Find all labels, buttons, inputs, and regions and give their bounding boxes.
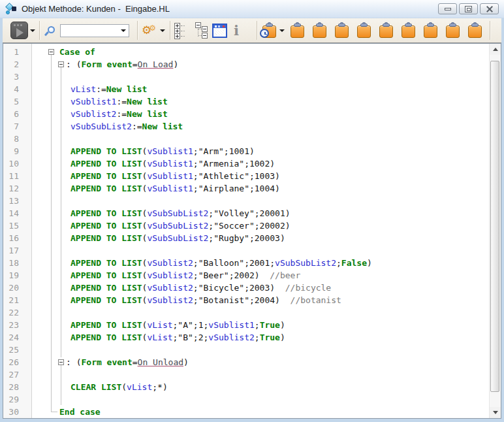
line-number: 16 (3, 232, 31, 244)
code-token: vSublist1 (208, 320, 254, 330)
code-token: End case (59, 407, 101, 417)
vertical-scrollbar[interactable] (489, 44, 501, 418)
code-token: vSublist1 (147, 171, 193, 181)
code-token: ;"Bicycle";2003) (193, 283, 285, 293)
code-area[interactable]: Case of: (Form event=On Load)vList:=New … (32, 44, 489, 418)
expand-all-button[interactable] (174, 18, 189, 42)
clipboard-button-3[interactable] (334, 18, 350, 42)
code-token: vSublist2 (71, 109, 116, 119)
code-token: vList (71, 84, 96, 94)
code-line: vList:=New list (32, 83, 489, 95)
macros-button[interactable] (212, 18, 227, 42)
line-number: 17 (3, 244, 31, 257)
code-token: APPEND TO LIST (71, 270, 142, 280)
titlebar: Objekt Methode: Kunden - Eingabe.HL (0, 0, 504, 18)
code-line: Case of (32, 46, 489, 58)
clipboard-button-2[interactable] (312, 18, 328, 42)
clipboard-button-6[interactable] (401, 18, 417, 42)
code-token: vSublist2 (147, 283, 193, 293)
code-line: APPEND TO LIST(vSubSubList2;"Rugby";2000… (32, 232, 489, 244)
code-token: vList (127, 382, 152, 392)
line-number: 20 (3, 282, 31, 294)
info-icon (234, 22, 239, 39)
clipboard-button-1[interactable] (290, 18, 306, 42)
clipboard-icon (334, 22, 350, 39)
code-token: ; (255, 333, 260, 342)
code-token: //beer (270, 270, 300, 280)
code-token: = (133, 59, 138, 69)
code-token: := (96, 84, 106, 94)
scroll-up-button[interactable] (490, 44, 501, 55)
line-number: 9 (3, 145, 31, 157)
line-number: 3 (3, 71, 31, 83)
code-token: ;"Athletic";1003) (193, 171, 280, 181)
search-input[interactable] (61, 25, 118, 36)
code-line: vSublist2:=New list (32, 108, 489, 120)
maximize-button[interactable] (459, 3, 478, 14)
line-number: 25 (3, 344, 31, 356)
info-button[interactable] (234, 18, 239, 42)
code-token: ;"Botanist";2004) (193, 295, 291, 305)
chevron-down-icon[interactable] (160, 29, 165, 32)
code-token: ;"Airplane";1004) (193, 184, 280, 193)
code-token: vSublist2 (147, 258, 193, 268)
code-token: True (260, 333, 280, 342)
code-token: : ( (66, 59, 81, 69)
code-token: vSubSubList2 (71, 122, 132, 131)
minimize-button[interactable] (438, 3, 457, 14)
line-number: 15 (3, 219, 31, 232)
4d-method-icon (5, 3, 17, 15)
scroll-down-button[interactable] (490, 407, 501, 418)
code-token: APPEND TO LIST (71, 146, 142, 156)
code-line (32, 71, 489, 83)
method-editor-window: Objekt Methode: Kunden - Eingabe.HL (0, 0, 504, 422)
code-line: APPEND TO LIST(vSubSubList2;"Soccer";200… (32, 219, 489, 232)
clipboard-button-8[interactable] (445, 18, 461, 42)
combobox-arrow-icon[interactable] (118, 29, 129, 32)
run-method-button[interactable] (10, 18, 35, 42)
line-number: 22 (3, 306, 31, 319)
code-token: vList (147, 333, 172, 342)
line-number: 23 (3, 319, 31, 331)
code-line (32, 393, 489, 406)
fold-toggle-icon[interactable] (58, 61, 64, 67)
clipboard-icon (312, 22, 328, 39)
clipboard-button-9[interactable] (467, 18, 483, 42)
line-number: 10 (3, 157, 31, 170)
line-number: 6 (3, 108, 31, 120)
line-number: 13 (3, 195, 31, 207)
search-combobox[interactable] (60, 18, 129, 42)
clipboard-button-7[interactable] (423, 18, 439, 42)
line-number: 4 (3, 83, 31, 95)
clipboard-button-4[interactable] (356, 18, 372, 42)
code-token: ; (336, 258, 341, 268)
chevron-down-icon[interactable] (279, 29, 285, 32)
code-token: ;"A";1; (173, 320, 209, 330)
line-number: 29 (3, 393, 31, 406)
fold-toggle-icon[interactable] (48, 49, 54, 55)
code-token: APPEND TO LIST (71, 171, 142, 181)
code-token: := (132, 122, 142, 131)
scrollbar-thumb[interactable] (490, 61, 499, 392)
code-line: APPEND TO LIST(vSubSubList2;"Volley";200… (32, 207, 489, 219)
code-token: ;"Balloon";2001; (193, 258, 275, 268)
method-properties-button[interactable] (142, 18, 165, 42)
code-token: = (133, 357, 138, 367)
code-token: //bicycle (285, 283, 331, 293)
code-line: CLEAR LIST(vList;*) (32, 381, 489, 393)
code-line (32, 244, 489, 257)
clipboard-button-5[interactable] (379, 18, 394, 42)
fold-toggle-icon[interactable] (58, 359, 64, 365)
code-editor[interactable]: 1234567891011121314151617181920212223242… (3, 43, 501, 419)
code-token: New list (127, 109, 168, 119)
line-number: 18 (3, 257, 31, 269)
code-token: vSublist1 (147, 159, 193, 169)
code-token: APPEND TO LIST (71, 320, 142, 330)
chevron-down-icon[interactable] (30, 29, 35, 32)
toolbar-separator (490, 21, 490, 40)
clipboard-history-button[interactable] (262, 18, 285, 42)
line-number: 26 (3, 356, 31, 368)
code-token: ) (280, 320, 285, 330)
close-button[interactable] (480, 3, 499, 14)
collapse-all-button[interactable] (194, 18, 208, 42)
